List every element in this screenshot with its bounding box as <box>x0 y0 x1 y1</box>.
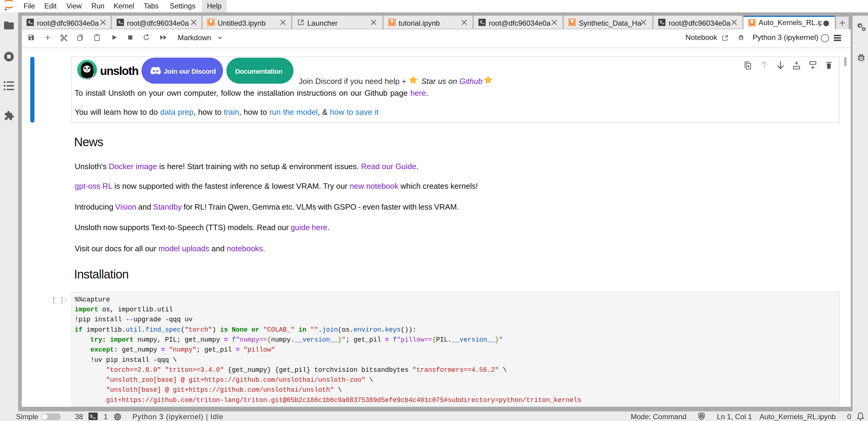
svg-text:$: $ <box>90 414 92 419</box>
